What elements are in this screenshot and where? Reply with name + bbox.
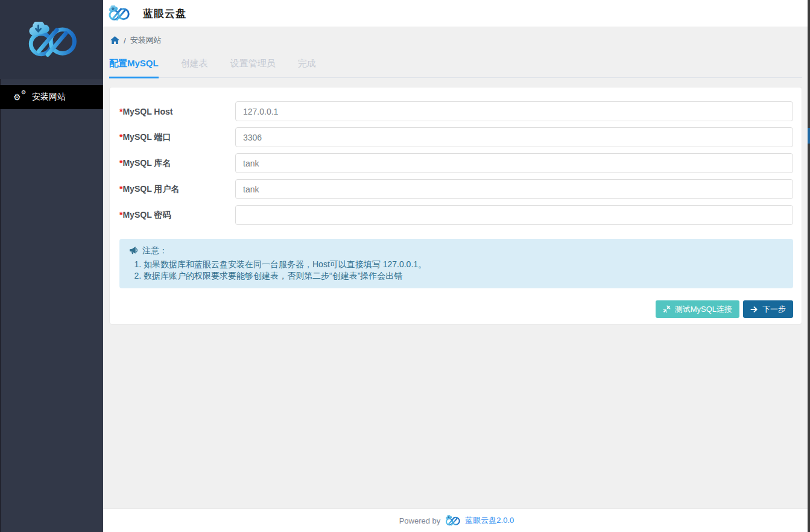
breadcrumb-current: 安装网站: [130, 35, 162, 46]
unlink-icon: [663, 305, 671, 313]
breadcrumb-separator: /: [124, 36, 126, 45]
notice-item: 如果数据库和蓝眼云盘安装在同一台服务器，Host可以直接填写 127.0.0.1…: [144, 259, 783, 270]
arrow-right-icon: [750, 306, 758, 313]
app-logo-icon: [25, 22, 78, 58]
cogs-icon: ⚙⚙: [13, 92, 25, 103]
notice-title-row: 注意：: [129, 245, 783, 256]
form-row-host: *MySQL Host: [119, 101, 793, 121]
header: 蓝眼云盘: [103, 0, 810, 27]
sidebar-logo-block: [0, 0, 103, 79]
sidebar-item-install[interactable]: ⚙⚙ 安装网站: [0, 85, 103, 109]
breadcrumb: / 安装网站: [110, 35, 802, 46]
scrollbar[interactable]: [808, 0, 810, 532]
tab-set-admin[interactable]: 设置管理员: [230, 58, 276, 78]
footer-logo-icon: [445, 515, 461, 526]
tab-configure-mysql[interactable]: 配置MySQL: [109, 58, 159, 78]
step-tabs: 配置MySQL 创建表 设置管理员 完成: [109, 58, 802, 78]
sidebar: ⚙⚙ 安装网站: [0, 0, 103, 532]
sidebar-item-label: 安装网站: [32, 92, 66, 103]
header-logo-icon: [107, 5, 130, 21]
mysql-schema-input[interactable]: [235, 153, 793, 173]
tab-finish[interactable]: 完成: [298, 58, 316, 78]
host-label: *MySQL Host: [119, 107, 235, 116]
mysql-password-input[interactable]: [235, 205, 793, 225]
mysql-port-input[interactable]: [235, 127, 793, 147]
mysql-host-input[interactable]: [235, 101, 793, 121]
notice-item: 数据库账户的权限要求要能够创建表，否则第二步“创建表”操作会出错: [144, 270, 783, 281]
password-label: *MySQL 密码: [119, 210, 235, 221]
form-row-username: *MySQL 用户名: [119, 179, 793, 199]
form-row-schema: *MySQL 库名: [119, 153, 793, 173]
content: / 安装网站 配置MySQL 创建表 设置管理员 完成 *MySQL Host …: [103, 27, 810, 508]
scrollbar-thumb[interactable]: [808, 128, 810, 144]
mysql-username-input[interactable]: [235, 179, 793, 199]
username-label: *MySQL 用户名: [119, 184, 235, 195]
powered-by-text: Powered by: [399, 516, 441, 525]
bullhorn-icon: [129, 246, 138, 255]
home-icon[interactable]: [110, 36, 119, 45]
tab-create-tables[interactable]: 创建表: [181, 58, 208, 78]
footer: Powered by 蓝眼云盘2.0.0: [103, 508, 810, 532]
page-title: 蓝眼云盘: [143, 7, 186, 21]
notice-title: 注意：: [142, 245, 168, 256]
form-row-password: *MySQL 密码: [119, 205, 793, 225]
mysql-config-card: *MySQL Host *MySQL 端口 *MySQL 库名 *MySQL 用…: [109, 87, 802, 325]
port-label: *MySQL 端口: [119, 132, 235, 143]
main-area: 蓝眼云盘 / 安装网站 配置MySQL 创建表 设置管理员 完成 *MySQL …: [103, 0, 810, 532]
next-step-button[interactable]: 下一步: [743, 300, 793, 318]
notice-list: 如果数据库和蓝眼云盘安装在同一台服务器，Host可以直接填写 127.0.0.1…: [129, 259, 783, 281]
test-mysql-connection-button[interactable]: 测试MySQL连接: [656, 300, 739, 318]
version-link[interactable]: 蓝眼云盘2.0.0: [465, 515, 514, 526]
action-bar: 测试MySQL连接 下一步: [119, 300, 793, 318]
notice-box: 注意： 如果数据库和蓝眼云盘安装在同一台服务器，Host可以直接填写 127.0…: [119, 239, 793, 288]
form-row-port: *MySQL 端口: [119, 127, 793, 147]
schema-label: *MySQL 库名: [119, 158, 235, 169]
